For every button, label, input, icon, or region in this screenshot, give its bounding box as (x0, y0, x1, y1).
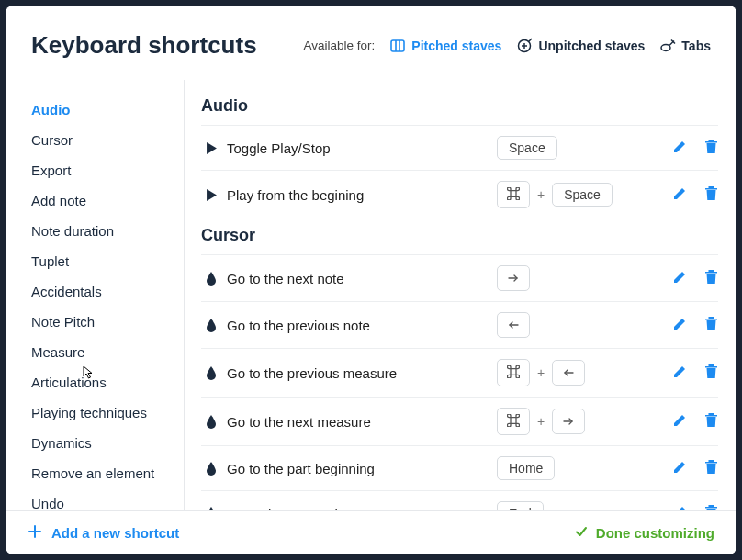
key-arrow-right-icon (552, 409, 585, 434)
key: Space (552, 183, 613, 207)
shortcut-row: Go to the part beginningHome (201, 445, 718, 490)
shortcut-row: Go to the previous note (201, 301, 718, 348)
row-actions (672, 364, 718, 383)
sidebar-item-add-note[interactable]: Add note (31, 185, 184, 216)
sidebar-item-note-duration[interactable]: Note duration (31, 216, 184, 246)
pencil-icon (672, 504, 688, 511)
unpitched-staves-icon (516, 38, 533, 54)
shortcut-keys: +Space (497, 181, 672, 208)
key-cmd-icon (497, 181, 530, 208)
add-shortcut-label: Add a new shortcut (51, 525, 179, 541)
pencil-icon (672, 412, 688, 431)
trash-icon (704, 412, 718, 431)
delete-button[interactable] (704, 316, 718, 335)
pitched-staves-icon (389, 38, 406, 54)
delete-button[interactable] (704, 504, 718, 511)
shortcut-row: Play from the begining+Space (201, 170, 718, 218)
edit-button[interactable] (672, 139, 688, 158)
footer: Add a new shortcut Done customizing (6, 510, 736, 554)
shortcut-row: Go to the previous measure+ (201, 348, 718, 397)
trash-icon (704, 185, 718, 205)
shortcut-row: Go to the next measure+ (201, 397, 718, 445)
sidebar-item-playing-techniques[interactable]: Playing techniques (31, 398, 184, 428)
delete-button[interactable] (704, 269, 718, 288)
shortcut-label: Go to the previous note (221, 318, 497, 333)
shortcut-keys (497, 265, 672, 291)
pencil-icon (672, 269, 688, 288)
edit-button[interactable] (672, 504, 688, 511)
sidebar-item-tuplet[interactable]: Tuplet (31, 246, 184, 276)
page-title: Keyboard shortcuts (31, 31, 257, 60)
edit-button[interactable] (672, 412, 688, 431)
main-content: AudioToggle Play/StopSpacePlay from the … (185, 80, 736, 510)
edit-button[interactable] (672, 185, 688, 205)
play-icon (201, 189, 221, 201)
trash-icon (704, 364, 718, 383)
shortcut-label: Go to the part beginning (221, 461, 497, 476)
trash-icon (704, 504, 718, 511)
filter-unpitched-staves[interactable]: Unpitched staves (516, 38, 645, 54)
shortcut-keys (497, 312, 672, 338)
sidebar-item-export[interactable]: Export (31, 155, 184, 185)
filters: Available for: Pitched staves (304, 38, 711, 54)
delete-button[interactable] (704, 139, 718, 158)
key-cmd-icon (497, 408, 530, 435)
sidebar-item-dynamics[interactable]: Dynamics (31, 428, 184, 458)
row-actions (672, 139, 718, 158)
trash-icon (704, 316, 718, 335)
sidebar-item-remove-element[interactable]: Remove an element (31, 458, 184, 488)
section-title: Cursor (201, 218, 718, 254)
sidebar-item-note-pitch[interactable]: Note Pitch (31, 307, 184, 337)
row-actions (672, 185, 718, 205)
row-actions (672, 459, 718, 478)
filters-label: Available for: (304, 39, 376, 52)
filter-pitched-staves[interactable]: Pitched staves (389, 38, 501, 54)
shortcut-row: Go to the part endEnd (201, 490, 718, 510)
edit-button[interactable] (672, 316, 688, 335)
shortcut-label: Go to the next note (221, 271, 497, 286)
edit-button[interactable] (672, 364, 688, 383)
sidebar-item-undo[interactable]: Undo (31, 488, 184, 510)
row-actions (672, 269, 718, 288)
shortcut-keys: End (497, 501, 672, 510)
filter-tabs[interactable]: Tabs (659, 38, 711, 54)
shortcut-keys: Space (497, 136, 672, 160)
filter-label: Tabs (681, 39, 711, 53)
shortcut-label: Go to the previous measure (221, 365, 497, 381)
delete-button[interactable] (704, 459, 718, 478)
trash-icon (704, 269, 718, 288)
key-combiner-plus: + (535, 187, 546, 202)
delete-button[interactable] (704, 412, 718, 431)
key-combiner-plus: + (535, 414, 546, 429)
pencil-icon (672, 139, 688, 158)
key-arrow-left-icon (552, 360, 585, 386)
svg-line-4 (529, 39, 532, 41)
section: CursorGo to the next noteGo to the previ… (201, 218, 718, 510)
sidebar-item-cursor[interactable]: Cursor (31, 125, 184, 155)
sidebar-item-accidentals[interactable]: Accidentals (31, 276, 184, 307)
sidebar-item-articulations[interactable]: Articulations (31, 367, 184, 398)
sidebar-item-measure[interactable]: Measure (31, 337, 184, 367)
key: Home (497, 456, 555, 480)
add-shortcut-button[interactable]: Add a new shortcut (28, 524, 179, 542)
key-arrow-left-icon (497, 312, 530, 338)
shortcut-label: Play from the begining (221, 187, 497, 203)
shortcut-keys: + (497, 408, 672, 435)
pencil-icon (672, 364, 688, 383)
delete-button[interactable] (704, 185, 718, 205)
sidebar-item-audio[interactable]: Audio (31, 95, 184, 125)
trash-icon (704, 459, 718, 478)
key-cmd-icon (497, 359, 530, 386)
pencil-icon (672, 316, 688, 335)
done-customizing-button[interactable]: Done customizing (574, 524, 714, 542)
delete-button[interactable] (704, 364, 718, 383)
play-icon (201, 142, 221, 154)
svg-point-7 (661, 44, 670, 50)
edit-button[interactable] (672, 269, 688, 288)
edit-button[interactable] (672, 459, 688, 478)
shortcut-row: Go to the next note (201, 254, 718, 301)
plus-icon (28, 524, 42, 542)
done-label: Done customizing (596, 525, 714, 541)
key: End (497, 501, 544, 510)
filter-label: Unpitched staves (538, 39, 645, 53)
